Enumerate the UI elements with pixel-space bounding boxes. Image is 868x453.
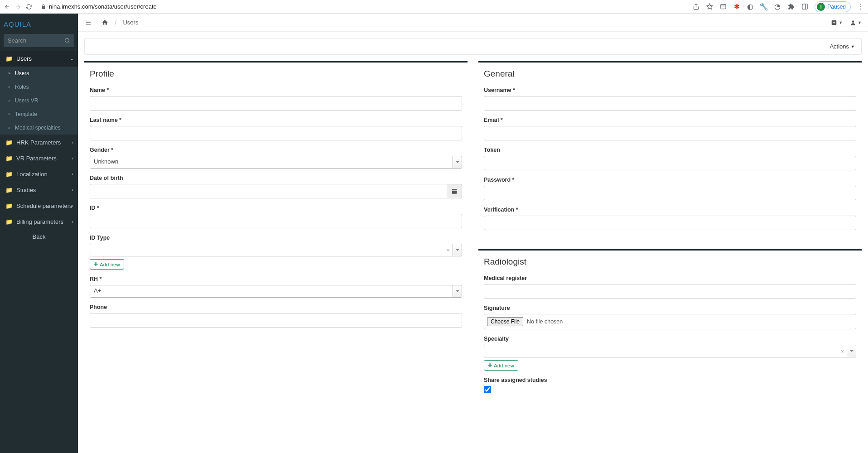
star-icon[interactable] (706, 3, 713, 10)
url-text: nina.imexhs.com/sonata/user/user/create (49, 3, 157, 10)
chevron-left-icon: ‹ (72, 172, 73, 177)
label-token: Token (484, 147, 856, 153)
medical-register-field[interactable] (484, 284, 856, 299)
extension-icon-2[interactable]: ◐ (747, 3, 754, 10)
email-field[interactable] (484, 126, 856, 140)
gender-select[interactable]: Unknown (90, 156, 462, 169)
sidebar-item-localization[interactable]: 📁Localization‹ (0, 166, 78, 182)
sidebar-item-schedule-parameters[interactable]: 📁Schedule parameters‹ (0, 198, 78, 214)
id-field[interactable] (90, 214, 462, 228)
sidebar-subitem-template[interactable]: »Template (0, 107, 78, 121)
back-icon[interactable] (4, 3, 11, 10)
sidebar-subitem-users[interactable]: »Users (0, 67, 78, 80)
sidebar-item-hrk-parameters[interactable]: 📁HRK Parameters‹ (0, 135, 78, 150)
folder-icon: 📁 (5, 139, 12, 146)
extension-icon-3[interactable]: 🔧 (760, 3, 767, 10)
main-content: / Users ▼ ▼ Actions ▼ Profile Name * (78, 14, 868, 453)
svg-rect-1 (721, 5, 726, 9)
breadcrumb[interactable]: Users (123, 19, 138, 26)
label-rh: RH * (90, 276, 462, 282)
folder-icon: 📁 (5, 171, 12, 178)
calendar-icon[interactable] (447, 184, 462, 198)
user-dropdown[interactable]: ▼ (850, 19, 862, 26)
folder-icon: 📁 (5, 55, 12, 62)
extension-icon-4[interactable]: ◔ (774, 3, 781, 10)
label-id: ID * (90, 205, 462, 211)
reload-icon[interactable] (25, 3, 33, 10)
password-field[interactable] (484, 186, 856, 200)
chevron-left-icon: ‹ (72, 219, 73, 224)
svg-line-6 (68, 42, 69, 43)
hamburger-icon[interactable] (84, 19, 92, 26)
sidebar-subitem-medical-specialties[interactable]: »Medical specialties (0, 121, 78, 135)
reading-list-icon[interactable] (719, 3, 727, 10)
more-icon[interactable]: ⋮ (857, 3, 864, 10)
chevron-down-icon[interactable] (847, 345, 856, 357)
sidebar-item-studies[interactable]: 📁Studies‹ (0, 182, 78, 198)
token-field[interactable] (484, 156, 856, 170)
chevron-left-icon: ‹ (72, 203, 73, 208)
name-field[interactable] (90, 96, 462, 111)
sidebar: AQUILA 📁 Users ⌄ »Users »Roles »Users VR… (0, 14, 78, 453)
sidepanel-icon[interactable] (801, 3, 808, 10)
label-last-name: Last name * (90, 117, 462, 123)
extension-icon-1[interactable]: ✱ (733, 3, 740, 10)
share-icon[interactable] (692, 3, 699, 10)
id-type-select[interactable]: × (90, 244, 462, 256)
extensions-icon[interactable] (787, 3, 795, 10)
chevron-down-icon[interactable] (453, 285, 462, 297)
username-field[interactable] (484, 96, 856, 111)
chevron-down-icon[interactable] (453, 244, 462, 256)
arrow-icon: » (8, 125, 10, 130)
general-panel: General Username * Email * Token (478, 61, 862, 240)
clear-icon[interactable]: × (838, 345, 847, 357)
forward-icon[interactable] (14, 3, 22, 10)
topbar: / Users ▼ ▼ (78, 14, 868, 32)
actions-dropdown[interactable]: Actions ▼ (829, 43, 855, 50)
choose-file-button[interactable]: Choose File (487, 317, 523, 326)
sidebar-subitem-roles[interactable]: »Roles (0, 80, 78, 94)
verification-field[interactable] (484, 216, 856, 230)
add-new-specialty-button[interactable]: ✚Add new (484, 360, 518, 371)
svg-rect-14 (452, 189, 457, 194)
add-new-id-type-button[interactable]: ✚Add new (90, 259, 124, 270)
label-specialty: Specialty (484, 336, 856, 342)
label-share: Share assigned studies (484, 377, 856, 383)
label-dob: Date of birth (90, 175, 462, 181)
sidebar-item-billing-parameters[interactable]: 📁Billing parameters‹ (0, 214, 78, 230)
chevron-down-icon: ⌄ (70, 56, 73, 61)
search-button[interactable] (61, 34, 74, 47)
url-bar[interactable]: nina.imexhs.com/sonata/user/user/create (41, 3, 689, 10)
add-dropdown[interactable]: ▼ (831, 19, 843, 26)
sidebar-item-vr-parameters[interactable]: 📁VR Parameters‹ (0, 150, 78, 166)
home-icon[interactable] (101, 19, 108, 26)
arrow-icon: » (8, 98, 10, 103)
signature-file-input[interactable]: Choose File No file chosen (484, 314, 856, 329)
dob-field[interactable] (90, 184, 447, 198)
lock-icon (41, 4, 46, 10)
sidebar-item-users[interactable]: 📁 Users ⌄ (0, 51, 78, 67)
clear-icon[interactable]: × (444, 244, 453, 256)
label-verification: Verification * (484, 207, 856, 213)
rh-select[interactable]: A+ (90, 285, 462, 298)
panel-title-general: General (484, 69, 856, 79)
folder-icon: 📁 (5, 218, 12, 225)
back-link[interactable]: Back (0, 230, 78, 244)
profile-chip[interactable]: I Paused (815, 1, 851, 12)
last-name-field[interactable] (90, 126, 462, 140)
phone-field[interactable] (90, 313, 462, 328)
label-gender: Gender * (90, 147, 462, 153)
svg-rect-3 (802, 4, 807, 9)
sidebar-subitem-users-vr[interactable]: »Users VR (0, 94, 78, 107)
label-username: Username * (484, 87, 856, 93)
label-signature: Signature (484, 305, 856, 311)
actions-bar: Actions ▼ (84, 38, 862, 55)
label-medical-register: Medical register (484, 275, 856, 281)
search-input[interactable] (4, 34, 61, 47)
share-checkbox[interactable] (484, 386, 491, 393)
arrow-icon: » (8, 85, 10, 89)
chevron-down-icon[interactable] (453, 156, 462, 168)
specialty-select[interactable]: × (484, 345, 856, 357)
arrow-icon: » (8, 112, 10, 116)
brand-logo[interactable]: AQUILA (0, 14, 78, 34)
